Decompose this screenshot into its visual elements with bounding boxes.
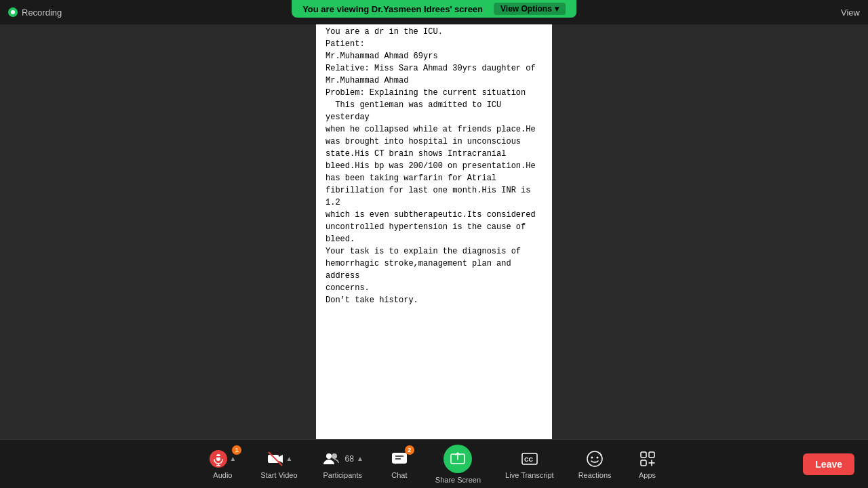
chat-badge: 2	[405, 445, 414, 455]
svg-point-8	[326, 453, 332, 459]
apps-icon	[638, 449, 657, 468]
banner-text: You are viewing Dr.Yasmeen Idrees' scree…	[302, 4, 483, 14]
top-right-controls: View	[841, 7, 868, 18]
video-label: Start Video	[260, 471, 297, 479]
share-screen-label: Share Screen	[435, 476, 481, 484]
svg-rect-21	[641, 460, 646, 466]
apps-label: Apps	[639, 471, 656, 479]
main-content: You are a dr in the ICU. Patient: Mr.Muh…	[0, 24, 868, 439]
screen-share-banner: You are viewing Dr.Yasmeen Idrees' scree…	[292, 0, 576, 18]
start-video-button[interactable]: ▲ Start Video	[248, 449, 309, 479]
participants-button[interactable]: 68 ▲ Participants	[310, 449, 376, 479]
leave-button[interactable]: Leave	[803, 453, 854, 475]
shared-screen-text: You are a dr in the ICU. Patient: Mr.Muh…	[326, 26, 542, 306]
svg-point-18	[597, 456, 599, 458]
live-transcript-label: Live Transcript	[505, 471, 554, 479]
reactions-label: Reactions	[578, 471, 612, 479]
view-button[interactable]: View	[841, 7, 860, 18]
share-screen-button[interactable]: Share Screen	[423, 445, 493, 484]
chat-button[interactable]: 2 Chat	[376, 449, 423, 479]
reactions-button[interactable]: Reactions	[566, 449, 624, 479]
leave-section: Leave	[789, 453, 854, 475]
svg-point-0	[11, 10, 15, 14]
chat-icon: 2	[390, 449, 409, 468]
recording-label: Recording	[22, 7, 62, 18]
live-transcript-icon: CC	[520, 449, 539, 468]
share-screen-icon	[443, 445, 472, 473]
shared-screen-document: You are a dr in the ICU. Patient: Mr.Muh…	[316, 15, 552, 449]
audio-icon: 1 ▲	[209, 449, 236, 468]
audio-badge: 1	[232, 445, 241, 455]
svg-point-17	[591, 456, 593, 458]
svg-text:CC: CC	[524, 456, 533, 463]
audio-label: Audio	[213, 471, 232, 479]
svg-rect-10	[392, 453, 407, 464]
video-icon: ▲	[266, 449, 293, 468]
chat-label: Chat	[391, 471, 407, 479]
audio-button[interactable]: 1 ▲ Audio	[197, 449, 248, 479]
bottom-toolbar: 1 ▲ Audio ▲ Start Video	[0, 439, 868, 488]
svg-rect-20	[649, 452, 654, 458]
svg-point-16	[587, 451, 602, 466]
recording-dot	[8, 7, 18, 17]
reactions-icon	[585, 449, 604, 468]
view-options-button[interactable]: View Options ▾	[494, 3, 566, 15]
participants-count: 68	[345, 454, 354, 464]
svg-point-9	[332, 453, 337, 459]
live-transcript-button[interactable]: CC Live Transcript	[493, 449, 566, 479]
apps-button[interactable]: Apps	[624, 449, 671, 479]
recording-indicator: Recording	[0, 7, 70, 18]
participants-label: Participants	[323, 471, 361, 479]
svg-rect-19	[641, 452, 646, 458]
participants-icon: 68 ▲	[322, 449, 363, 468]
